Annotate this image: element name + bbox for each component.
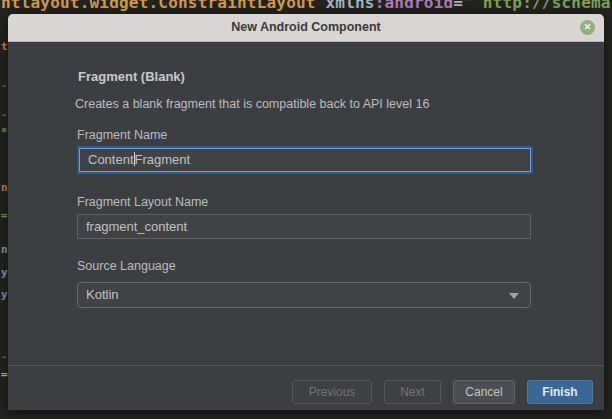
- code-fragment: -: [1, 80, 8, 92]
- code-fragment: ▪: [1, 124, 8, 136]
- code-segment: " http://schema: [463, 0, 611, 12]
- source-language-dropdown[interactable]: Kotlin: [77, 282, 531, 308]
- new-android-component-dialog: New Android Component ✕ Fragment (Blank)…: [8, 14, 604, 410]
- code-segment: xmlns: [316, 0, 375, 12]
- fragment-name-input[interactable]: ContentFragment: [79, 148, 531, 172]
- code-segment: =: [453, 0, 463, 12]
- cancel-button[interactable]: Cancel: [453, 380, 515, 404]
- template-heading: Fragment (Blank): [78, 69, 185, 84]
- source-language-value: Kotlin: [86, 287, 119, 302]
- screen: ntlayout.widget.ConstraintLayout xmlns:a…: [0, 0, 612, 419]
- code-fragment: -: [1, 351, 8, 363]
- template-description: Creates a blank fragment that is compati…: [75, 97, 429, 111]
- code-fragment: n: [1, 182, 8, 194]
- code-fragment: -: [1, 109, 8, 121]
- code-fragment: =: [1, 210, 8, 222]
- next-button[interactable]: Next: [384, 380, 441, 404]
- fragment-layout-name-label: Fragment Layout Name: [77, 195, 208, 209]
- code-segment: ntlayout.widget.ConstraintLayout: [1, 0, 316, 12]
- dialog-title: New Android Component: [8, 14, 604, 41]
- source-language-label: Source Language: [77, 259, 176, 273]
- chevron-down-icon: [509, 293, 519, 299]
- fragment-name-value-before-caret: Content: [88, 152, 134, 167]
- code-fragment: t: [1, 41, 8, 53]
- fragment-name-label: Fragment Name: [77, 128, 167, 142]
- fragment-layout-name-input[interactable]: fragment_content: [77, 214, 531, 239]
- dialog-button-bar: Previous Next Cancel Finish: [292, 380, 593, 404]
- code-segment: :android: [375, 0, 454, 12]
- previous-button[interactable]: Previous: [292, 380, 372, 404]
- code-fragment: y: [1, 267, 8, 279]
- code-fragment: y: [1, 289, 8, 301]
- fragment-layout-name-value: fragment_content: [86, 219, 187, 234]
- dialog-body: Fragment (Blank) Creates a blank fragmen…: [8, 42, 604, 410]
- code-fragment: n: [1, 244, 8, 256]
- dialog-titlebar[interactable]: New Android Component ✕: [8, 14, 604, 42]
- finish-button[interactable]: Finish: [527, 380, 593, 404]
- close-icon[interactable]: ✕: [580, 20, 595, 35]
- code-fragment: =: [1, 369, 8, 381]
- editor-code-line: ntlayout.widget.ConstraintLayout xmlns:a…: [1, 0, 611, 13]
- button-bar-separator: [8, 365, 604, 366]
- fragment-name-value-after-caret: Fragment: [135, 152, 191, 167]
